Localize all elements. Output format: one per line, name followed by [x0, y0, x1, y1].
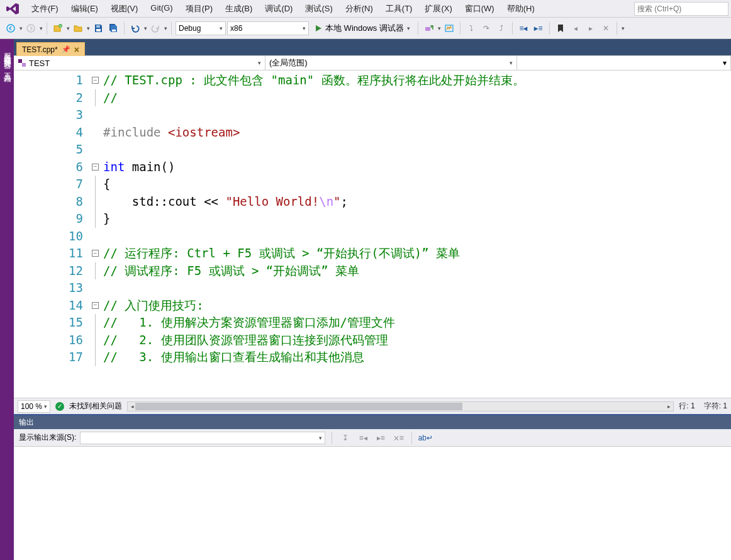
- menu-0[interactable]: 文件(F): [25, 1, 65, 17]
- outlining-margin[interactable]: −−−−: [89, 70, 101, 398]
- main-area: 服务器资源管理器 工具箱 TEST.cpp* 📌 × TEST▾ (全局范围)▾…: [0, 39, 731, 560]
- output-text-area[interactable]: [14, 447, 731, 560]
- editor-area: TEST.cpp* 📌 × TEST▾ (全局范围)▾ ▾ 1234567891…: [14, 39, 731, 560]
- menu-bar: 文件(F)编辑(E)视图(V)Git(G)项目(P)生成(B)调试(D)测试(S…: [0, 0, 731, 18]
- svg-point-0: [7, 25, 14, 32]
- side-tool-tabs: 服务器资源管理器 工具箱: [0, 39, 14, 560]
- caret-col-label: 字符: 1: [704, 401, 727, 412]
- menu-10[interactable]: 扩展(X): [418, 1, 458, 17]
- output-source-label: 显示输出来源(S):: [19, 432, 76, 443]
- vs-logo-icon: [5, 1, 20, 16]
- menu-11[interactable]: 窗口(W): [459, 1, 501, 17]
- menu-1[interactable]: 编辑(E): [65, 1, 104, 17]
- navigation-bar: TEST▾ (全局范围)▾ ▾: [14, 55, 731, 70]
- output-next-icon[interactable]: ▸≡: [374, 431, 388, 445]
- menu-6[interactable]: 调试(D): [259, 1, 299, 17]
- svg-rect-10: [18, 59, 22, 63]
- output-wrap-icon[interactable]: ab↵: [418, 431, 432, 445]
- caret-line-label: 行: 1: [679, 401, 695, 412]
- back-button[interactable]: [4, 21, 18, 35]
- svg-rect-7: [112, 30, 116, 31]
- quick-search-input[interactable]: [637, 4, 725, 13]
- menu-8[interactable]: 分析(N): [339, 1, 379, 17]
- svg-rect-5: [96, 29, 101, 31]
- svg-rect-8: [425, 27, 430, 31]
- server-explorer-tab[interactable]: 服务器资源管理器: [0, 42, 14, 62]
- file-tab-test-cpp[interactable]: TEST.cpp* 📌 ×: [16, 42, 85, 56]
- svg-point-1: [27, 25, 35, 32]
- close-icon[interactable]: ×: [74, 45, 79, 55]
- redo-button[interactable]: [148, 21, 162, 35]
- output-panel: 输出 显示输出来源(S): ▾ ↧ ≡◂ ▸≡ ⨯≡ ab↵: [14, 414, 731, 560]
- save-all-button[interactable]: [106, 21, 120, 35]
- svg-text:+: +: [60, 24, 62, 28]
- indent-less-icon[interactable]: ≡◂: [516, 21, 530, 35]
- svg-rect-6: [96, 25, 100, 28]
- output-toolbar: 显示输出来源(S): ▾ ↧ ≡◂ ▸≡ ⨯≡ ab↵: [14, 429, 731, 447]
- menu-5[interactable]: 生成(B): [219, 1, 259, 17]
- new-project-button[interactable]: +: [51, 21, 65, 35]
- output-panel-title[interactable]: 输出: [14, 415, 731, 429]
- editor-status-strip: 100 %▾ ✓ 未找到相关问题 ◂ ▸ 行: 1 字符: 1: [14, 398, 731, 414]
- start-debugging-button[interactable]: 本地 Windows 调试器 ▾: [310, 21, 414, 35]
- clear-bookmarks-icon[interactable]: ✕: [599, 21, 613, 35]
- next-bookmark-icon[interactable]: ▸: [584, 21, 598, 35]
- pin-icon[interactable]: 📌: [62, 45, 70, 53]
- menu-3[interactable]: Git(G): [144, 1, 179, 17]
- svg-rect-11: [22, 63, 26, 67]
- solution-platform-dropdown[interactable]: x86▾: [227, 21, 309, 35]
- output-source-dropdown[interactable]: ▾: [80, 432, 325, 444]
- menu-4[interactable]: 项目(P): [179, 1, 219, 17]
- zoom-dropdown[interactable]: 100 %▾: [18, 400, 50, 413]
- nav-scope-project[interactable]: TEST▾: [14, 56, 265, 70]
- scrollbar-thumb[interactable]: [135, 403, 462, 410]
- line-number-gutter: 1234567891011121314151617: [14, 70, 89, 398]
- toolbox-tab[interactable]: 工具箱: [0, 62, 14, 76]
- bookmark-icon[interactable]: [554, 21, 567, 35]
- menu-9[interactable]: 工具(T): [379, 1, 419, 17]
- menu-12[interactable]: 帮助(H): [501, 1, 541, 17]
- code-text-area[interactable]: // TEST.cpp : 此文件包含 "main" 函数。程序执行将在此处开始…: [101, 70, 731, 398]
- ok-check-icon: ✓: [55, 402, 64, 411]
- step-into-icon[interactable]: ⤵: [464, 21, 478, 35]
- horizontal-scrollbar[interactable]: ◂ ▸: [127, 401, 674, 412]
- solution-config-dropdown[interactable]: Debug▾: [176, 21, 226, 35]
- menu-7[interactable]: 测试(S): [299, 1, 338, 17]
- output-goto-icon[interactable]: ↧: [338, 431, 352, 445]
- output-clear-icon[interactable]: ⨯≡: [391, 431, 405, 445]
- file-tab-label: TEST.cpp*: [22, 45, 58, 54]
- output-prev-icon[interactable]: ≡◂: [356, 431, 370, 445]
- scroll-right-icon[interactable]: ▸: [664, 402, 673, 411]
- nav-scope-global[interactable]: (全局范围)▾: [265, 56, 517, 70]
- undo-button[interactable]: [128, 21, 142, 35]
- document-tab-strip: TEST.cpp* 📌 ×: [14, 39, 731, 55]
- menu-2[interactable]: 视图(V): [104, 1, 144, 17]
- step-over-icon[interactable]: ↷: [479, 21, 493, 35]
- quick-search[interactable]: [634, 2, 728, 16]
- nav-scope-member[interactable]: ▾: [517, 56, 731, 70]
- forward-button[interactable]: [24, 21, 38, 35]
- indent-more-icon[interactable]: ▸≡: [532, 21, 545, 35]
- prev-bookmark-icon[interactable]: ◂: [569, 21, 583, 35]
- save-button[interactable]: [91, 21, 105, 35]
- step-out-icon[interactable]: ⤴: [494, 21, 508, 35]
- code-editor[interactable]: 1234567891011121314151617 −−−− // TEST.c…: [14, 70, 731, 398]
- diagnostics-button[interactable]: [442, 21, 456, 35]
- attach-button[interactable]: [422, 21, 436, 35]
- open-file-button[interactable]: [71, 21, 85, 35]
- issues-label: 未找到相关问题: [69, 401, 122, 412]
- standard-toolbar: ▾ ▾ +▾ ▾ ▾ ▾ Debug▾ x86▾ 本地 Windows 调试器 …: [0, 18, 731, 39]
